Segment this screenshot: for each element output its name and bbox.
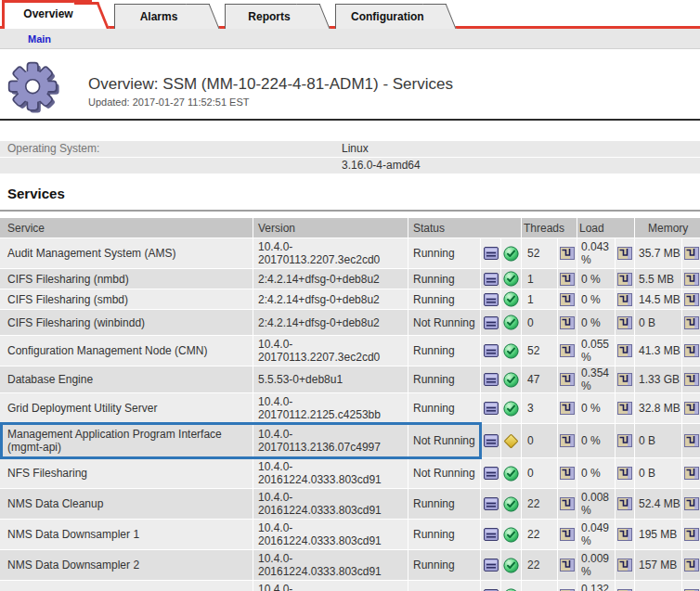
chart-history-icon[interactable] [560,344,575,357]
service-status: Running [408,489,480,519]
threads-value: 47 [522,366,557,392]
chart-history-icon[interactable] [560,273,575,286]
service-report-icon[interactable] [484,402,499,415]
chart-history-icon[interactable] [617,467,632,480]
chart-history-icon[interactable] [617,273,632,286]
tab-overview[interactable]: Overview [2,0,92,29]
chart-history-icon[interactable] [560,559,575,572]
chart-history-icon[interactable] [560,528,575,541]
chart-history-icon[interactable] [617,434,632,447]
service-name: NMS Data Downsampler 2 [0,550,253,580]
tab-alarms[interactable]: Alarms [114,4,202,29]
service-status: Not Running [408,310,480,335]
chart-history-icon[interactable] [560,316,575,329]
load-value: 0 % [577,393,615,423]
services-divider [0,210,700,212]
service-version: 10.4.0-20170113.2136.07c4997 [253,424,408,457]
service-report-icon[interactable] [484,434,499,447]
threads-value: 0 [522,424,557,457]
service-version: 10.4.0-20170113.2207.3ec2cd0 [253,336,408,366]
gear-icon [7,61,59,113]
load-value: 0 % [577,269,615,289]
chart-history-icon[interactable] [617,559,632,572]
memory-value: 5.5 MB [635,269,681,289]
chart-history-icon[interactable] [684,559,699,572]
service-status: Running [408,393,480,423]
chart-history-icon[interactable] [560,497,575,510]
chart-history-icon[interactable] [684,528,699,541]
memory-value: 32.8 MB [635,393,681,423]
service-name: NMS Data Downsampler 1 [0,520,253,549]
load-value: 0.009 % [577,550,615,580]
status-ok-icon [503,466,519,482]
service-row: Grid Deployment Utility Server10.4.0-201… [0,393,700,423]
chart-history-icon[interactable] [684,273,699,286]
chart-history-icon[interactable] [560,402,575,415]
chart-history-icon[interactable] [560,247,575,260]
status-ok-icon [503,527,519,543]
updated-timestamp: Updated: 2017-01-27 11:52:51 EST [88,96,453,108]
tab-configuration[interactable]: Configuration [335,4,439,29]
load-value: 0.132 % [577,581,615,591]
service-version: 10.4.0-20161224.0333.803cd91 [253,581,408,591]
service-name: Grid Deployment Utility Server [0,393,253,423]
chart-history-icon[interactable] [560,373,575,386]
chart-history-icon[interactable] [617,344,632,357]
load-value: 0.055 % [577,336,615,366]
chart-history-icon[interactable] [560,293,575,306]
service-report-icon[interactable] [484,559,499,572]
chart-history-icon[interactable] [684,344,699,357]
service-name: NMS Processing Engine [0,581,253,591]
operating-system-section: Operating System: Linux 3.16.0-4-amd64 [0,141,700,173]
chart-history-icon[interactable] [684,497,699,510]
chart-history-icon[interactable] [684,373,699,386]
service-name: Database Engine [0,366,253,392]
chart-history-icon[interactable] [617,316,632,329]
table-header-row: ServiceVersionStatusThreadsLoadMemory [0,218,700,238]
chart-history-icon[interactable] [560,467,575,480]
tab-reports[interactable]: Reports [225,4,313,29]
chart-history-icon[interactable] [684,247,699,260]
chart-history-icon[interactable] [684,316,699,329]
service-status: Not Running [408,458,480,488]
chart-history-icon[interactable] [617,247,632,260]
chart-history-icon[interactable] [684,293,699,306]
service-report-icon[interactable] [484,528,499,541]
chart-history-icon[interactable] [617,528,632,541]
status-ok-icon [503,315,519,330]
page-header: Overview: SSM (MM-10-224-4-81-ADM1) - Se… [0,49,700,113]
load-value: 0.043 % [577,238,615,268]
service-report-icon[interactable] [484,247,499,260]
service-report-icon[interactable] [484,373,499,386]
chart-history-icon[interactable] [684,402,699,415]
service-report-icon[interactable] [484,273,499,286]
service-report-icon[interactable] [484,316,499,329]
breadcrumb-main-link[interactable]: Main [28,33,51,45]
status-admin-down-icon [503,433,519,449]
service-status: Running [408,269,480,289]
service-version: 5.5.53-0+deb8u1 [253,366,408,392]
service-report-icon[interactable] [484,497,499,510]
service-row: CIFS Filesharing (winbindd)2:4.2.14+dfsg… [0,310,700,335]
service-version: 10.4.0-20161224.0333.803cd91 [253,520,408,549]
chart-history-icon[interactable] [617,373,632,386]
memory-value: 195 MB [635,520,681,549]
chart-history-icon[interactable] [617,402,632,415]
service-report-icon[interactable] [484,344,499,357]
tab-strip: OverviewAlarmsReportsConfiguration [0,0,700,29]
service-report-icon[interactable] [484,467,499,480]
status-ok-icon [503,343,519,359]
chart-history-icon[interactable] [560,434,575,447]
service-report-icon[interactable] [484,293,499,306]
service-status: Running [408,581,480,591]
chart-history-icon[interactable] [617,497,632,510]
chart-history-icon[interactable] [684,467,699,480]
memory-value: 1.33 GB [635,366,681,392]
service-version: 2:4.2.14+dfsg-0+deb8u2 [253,289,408,309]
memory-value: 157 MB [635,550,681,580]
chart-history-icon[interactable] [617,293,632,306]
memory-value: 200 MB [635,581,681,591]
service-row: NFS Filesharing10.4.0-20161224.0333.803c… [0,458,700,488]
load-value: 0.354 % [577,366,615,392]
chart-history-icon[interactable] [684,434,699,447]
